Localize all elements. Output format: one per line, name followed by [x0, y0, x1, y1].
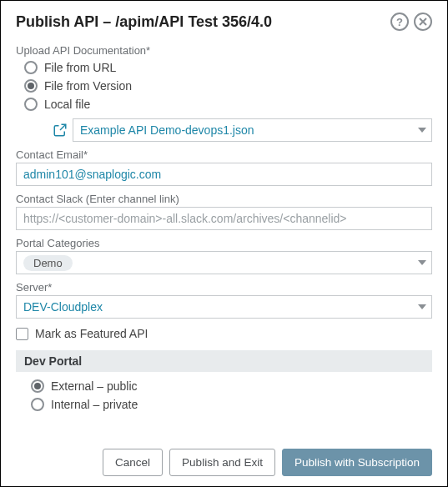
radio-label: File from URL	[44, 61, 116, 74]
server-select[interactable]: DEV-Cloudplex	[16, 295, 432, 319]
contact-slack-input[interactable]	[16, 207, 432, 230]
upload-doc-label: Upload API Documentation*	[16, 44, 432, 57]
radio-icon	[24, 61, 38, 74]
cancel-button[interactable]: Cancel	[103, 449, 163, 476]
radio-icon	[24, 79, 38, 93]
dev-portal-radio-group: External – public Internal – private	[31, 377, 432, 414]
radio-icon	[31, 379, 44, 393]
upload-doc-radio-group: File from URL File from Version Local fi…	[24, 58, 432, 113]
upload-option-local[interactable]: Local file	[24, 95, 432, 113]
open-external-icon[interactable]	[53, 123, 68, 138]
file-version-select[interactable]: Example API Demo-devops1.json	[73, 118, 432, 142]
dialog-footer: Cancel Publish and Exit Publish with Sub…	[16, 440, 432, 476]
server-label: Server*	[16, 281, 432, 294]
radio-label: File from Version	[44, 79, 132, 93]
contact-slack-label: Contact Slack (Enter channel link)	[16, 193, 432, 205]
dev-portal-external[interactable]: External – public	[31, 377, 432, 395]
chevron-down-icon	[418, 260, 426, 265]
file-version-value: Example API Demo-devops1.json	[80, 123, 254, 137]
dev-portal-internal[interactable]: Internal – private	[31, 395, 432, 414]
close-icon[interactable]	[414, 13, 432, 31]
radio-label: Local file	[44, 98, 90, 111]
portal-categories-select[interactable]: Demo	[16, 251, 432, 274]
contact-email-input[interactable]	[16, 163, 432, 186]
upload-option-url[interactable]: File from URL	[24, 58, 432, 77]
chevron-down-icon	[418, 128, 426, 133]
header-actions: ?	[390, 13, 432, 31]
featured-api-checkbox-row[interactable]: Mark as Featured API	[16, 327, 432, 340]
checkbox-icon	[16, 328, 28, 340]
chevron-down-icon	[418, 304, 426, 309]
dialog-header: Publish API – /apim/API Test 356/4.0 ?	[16, 13, 432, 31]
radio-icon	[31, 398, 44, 411]
radio-label: Internal – private	[51, 398, 138, 411]
upload-option-version[interactable]: File from Version	[24, 77, 432, 95]
contact-email-label: Contact Email*	[16, 148, 432, 161]
dialog-title: Publish API – /apim/API Test 356/4.0	[16, 13, 390, 31]
publish-exit-button[interactable]: Publish and Exit	[169, 449, 275, 476]
server-value: DEV-Cloudplex	[23, 300, 103, 314]
radio-label: External – public	[51, 379, 138, 393]
portal-categories-label: Portal Categories	[16, 237, 432, 249]
publish-subscription-button[interactable]: Publish with Subscription	[282, 449, 432, 476]
file-select-row: Example API Demo-devops1.json	[53, 118, 432, 142]
publish-api-dialog: Publish API – /apim/API Test 356/4.0 ? U…	[1, 1, 447, 486]
help-icon[interactable]: ?	[390, 13, 409, 31]
featured-api-label: Mark as Featured API	[35, 327, 148, 340]
dev-portal-heading: Dev Portal	[16, 350, 432, 372]
radio-icon	[24, 98, 38, 111]
category-chip: Demo	[23, 255, 73, 271]
